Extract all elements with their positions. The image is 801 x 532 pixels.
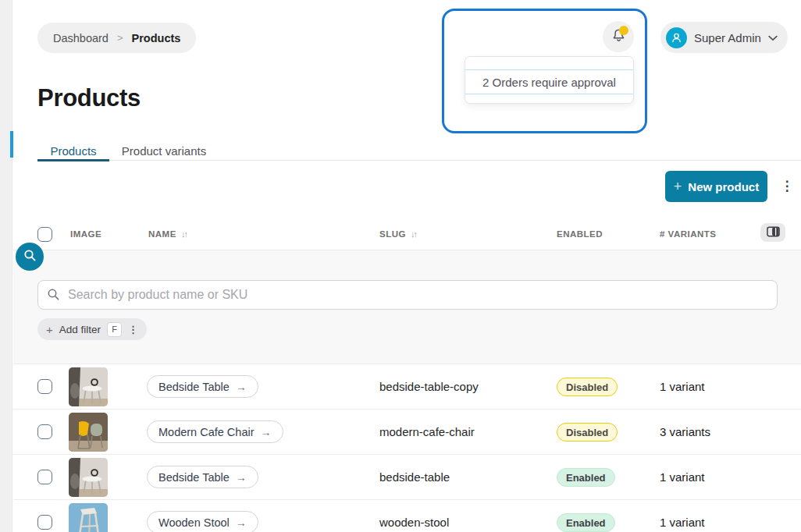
select-all-checkbox[interactable] <box>37 227 52 242</box>
column-header-slug[interactable]: SLUG↓↑ <box>379 229 416 239</box>
column-picker-button[interactable] <box>760 223 785 242</box>
variant-count: 1 variant <box>660 470 705 484</box>
plus-icon: + <box>674 179 682 195</box>
breadcrumb: Dashboard > Products <box>37 23 196 53</box>
new-product-label: New product <box>688 180 759 193</box>
bedside-table-photo <box>69 367 108 406</box>
product-name: Wooden Stool <box>158 516 230 529</box>
product-name-link[interactable]: Bedside Table → <box>147 375 258 398</box>
product-slug: bedside-table-copy <box>379 380 479 393</box>
search-icon <box>23 249 37 264</box>
active-tab-underline <box>37 159 109 161</box>
column-header-image: IMAGE <box>70 229 101 239</box>
arrow-right-icon: → <box>236 381 247 393</box>
sort-icon[interactable]: ↓↑ <box>181 229 187 239</box>
column-header-enabled: ENABLED <box>557 229 603 239</box>
column-header-variants: # VARIANTS <box>660 229 717 239</box>
search-field-wrapper <box>37 280 778 310</box>
bedside-table-photo <box>69 458 108 497</box>
sidebar-active-indicator <box>10 131 13 158</box>
user-name: Super Admin <box>694 31 761 44</box>
product-name: Bedside Table <box>158 471 230 484</box>
new-product-button[interactable]: + New product <box>665 171 767 202</box>
notification-popup: 2 Orders require approval <box>465 56 634 104</box>
search-icon <box>47 288 60 304</box>
row-checkbox[interactable] <box>37 379 52 394</box>
arrow-right-icon: → <box>236 471 247 484</box>
column-header-name[interactable]: NAME↓↑ <box>148 229 187 239</box>
product-slug: wooden-stool <box>379 516 449 529</box>
product-name: Modern Cafe Chair <box>158 426 255 438</box>
status-badge: Disabled <box>557 423 618 442</box>
table-row: Bedside Table → bedside-table-copy Disab… <box>13 364 801 410</box>
chevron-down-icon <box>768 30 778 44</box>
more-actions-button[interactable]: ⋮ <box>778 176 796 197</box>
add-filter-button[interactable]: + Add filter F ⋮ <box>37 318 147 340</box>
cafe-chair-photo <box>69 413 108 452</box>
notification-badge-dot <box>619 26 628 35</box>
row-checkbox[interactable] <box>37 470 52 484</box>
table-row: Bedside Table → bedside-table Enabled 1 … <box>13 455 801 500</box>
sort-icon[interactable]: ↓↑ <box>411 229 416 239</box>
filter-options-icon[interactable]: ⋮ <box>128 324 138 335</box>
tab-products[interactable]: Products <box>37 140 109 161</box>
arrow-right-icon: → <box>261 426 272 438</box>
products-admin-page: Dashboard > Products Super Admin <box>0 0 801 532</box>
row-checkbox[interactable] <box>37 424 52 439</box>
search-input[interactable] <box>37 280 778 310</box>
tab-product-variants[interactable]: Product variants <box>109 140 219 161</box>
variant-count: 1 variant <box>660 516 705 529</box>
product-slug: bedside-table <box>379 470 450 484</box>
notifications-button[interactable] <box>603 21 634 52</box>
product-slug: modern-cafe-chair <box>379 425 475 438</box>
search-fab-button[interactable] <box>16 243 44 271</box>
breadcrumb-current: Products <box>132 32 181 44</box>
variant-count: 3 variants <box>660 425 710 438</box>
status-badge: Disabled <box>557 378 618 396</box>
user-menu[interactable]: Super Admin <box>660 22 788 53</box>
status-badge: Enabled <box>557 468 615 487</box>
plus-icon: + <box>46 323 53 336</box>
avatar <box>666 27 687 48</box>
table-row: Modern Cafe Chair → modern-cafe-chair Di… <box>13 410 801 455</box>
row-checkbox[interactable] <box>37 515 52 530</box>
columns-icon <box>767 226 780 239</box>
add-filter-label: Add filter <box>59 324 101 335</box>
status-badge: Enabled <box>557 513 615 532</box>
arrow-right-icon: → <box>236 516 247 529</box>
wooden-stool-photo <box>69 503 108 532</box>
breadcrumb-dashboard-link[interactable]: Dashboard <box>53 32 109 44</box>
notification-item[interactable]: 2 Orders require approval <box>465 69 633 94</box>
product-name: Bedside Table <box>158 381 230 393</box>
product-name-link[interactable]: Bedside Table → <box>147 466 258 488</box>
shortcut-key-badge: F <box>107 322 122 337</box>
variant-count: 1 variant <box>660 380 705 393</box>
sidebar-rail[interactable] <box>0 0 12 532</box>
breadcrumb-separator: > <box>117 32 123 44</box>
product-name-link[interactable]: Modern Cafe Chair → <box>147 420 283 443</box>
page-title: Products <box>37 84 141 112</box>
product-name-link[interactable]: Wooden Stool → <box>147 511 258 532</box>
table-row: Wooden Stool → wooden-stool Enabled 1 va… <box>13 500 801 532</box>
tabs-divider <box>37 160 801 161</box>
